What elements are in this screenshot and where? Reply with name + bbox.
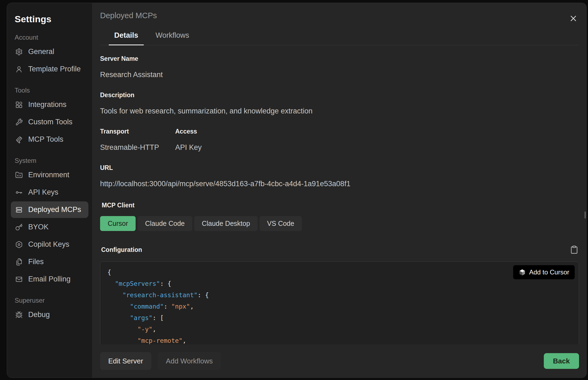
sidebar-item-label: Copilot Keys: [28, 240, 69, 249]
sidebar-item-debug[interactable]: Debug: [11, 306, 88, 323]
sidebar-item-label: MCP Tools: [28, 135, 63, 144]
client-button-vs-code[interactable]: VS Code: [260, 216, 302, 231]
sidebar-section-label-tools: Tools: [15, 87, 85, 94]
tab-workflows[interactable]: Workflows: [150, 31, 195, 45]
code-line: "args": [: [107, 312, 572, 324]
mcp-icon: [15, 136, 23, 143]
folder-code-icon: [15, 171, 23, 179]
sidebar-nav: AccountGeneralTemplate ProfileToolsInteg…: [11, 34, 88, 323]
tabbar: DetailsWorkflows: [100, 31, 579, 45]
key-icon: [15, 189, 23, 196]
deployed-mcps-panel: Deployed MCPs DetailsWorkflows Server Na…: [92, 3, 586, 378]
url-value: http://localhost:3000/api/mcp/serve/4853…: [100, 180, 579, 188]
add-workflows-button[interactable]: Add Workflows: [158, 352, 221, 370]
sidebar-item-label: API Keys: [28, 188, 58, 197]
transport-value: Streamable-HTTP: [100, 143, 175, 152]
code-line: "-y",: [107, 324, 572, 335]
gear-icon: [15, 48, 23, 56]
footer: Edit Server Add Workflows Back: [100, 344, 579, 378]
sidebar-item-label: Template Profile: [28, 65, 81, 73]
description-label: Description: [100, 91, 579, 99]
panel-title: Deployed MCPs: [100, 11, 157, 20]
sidebar-section-label-system: System: [15, 157, 85, 164]
sidebar-item-byok[interactable]: BYOK: [11, 219, 88, 235]
sidebar-item-mcp-tools[interactable]: MCP Tools: [11, 131, 88, 148]
sidebar-item-integrations[interactable]: Integrations: [11, 96, 88, 113]
back-button[interactable]: Back: [544, 353, 579, 369]
settings-title: Settings: [15, 14, 88, 24]
mcp-client-selector: CursorClaude CodeClaude DesktopVS Code: [100, 216, 579, 231]
code-line: "mcpServers": {: [107, 278, 572, 289]
code-line: {: [107, 267, 572, 278]
sidebar-item-general[interactable]: General: [11, 43, 88, 60]
sidebar-item-label: Debug: [28, 311, 50, 319]
configuration-code-block: Add to Cursor { "mcpServers": { "researc…: [100, 261, 579, 344]
sidebar-item-label: BYOK: [28, 223, 49, 231]
url-label: URL: [100, 164, 579, 172]
mail-icon: [15, 276, 23, 283]
server-icon: [15, 206, 23, 214]
settings-sidebar: Settings AccountGeneralTemplate ProfileT…: [7, 3, 92, 378]
blocks-icon: [15, 101, 23, 109]
tab-details[interactable]: Details: [109, 31, 144, 45]
mcp-client-label: MCP Client: [102, 202, 579, 209]
edit-server-button[interactable]: Edit Server: [100, 352, 151, 370]
code-line: "command": "npx",: [107, 301, 572, 312]
access-label: Access: [175, 128, 202, 135]
sidebar-item-environment[interactable]: Environment: [11, 167, 88, 183]
files-icon: [15, 258, 23, 266]
panel-header: Deployed MCPs: [100, 11, 579, 24]
sidebar-item-deployed-mcps[interactable]: Deployed MCPs: [11, 201, 88, 218]
sidebar-item-label: Custom Tools: [28, 118, 72, 126]
configuration-label: Configuration: [101, 246, 142, 254]
sidebar-item-label: Files: [28, 258, 44, 266]
transport-label: Transport: [100, 128, 175, 135]
sidebar-item-label: Deployed MCPs: [28, 205, 81, 214]
key-diagonal-icon: [15, 223, 23, 231]
description-value: Tools for web research, summarization, a…: [100, 107, 579, 115]
sidebar-item-api-keys[interactable]: API Keys: [11, 184, 88, 201]
sidebar-section-label-superuser: Superuser: [15, 297, 85, 304]
sidebar-item-label: General: [28, 47, 54, 56]
user-icon: [15, 65, 23, 73]
wrench-icon: [15, 118, 23, 126]
cursor-logo-icon: [519, 269, 526, 276]
close-icon[interactable]: [568, 13, 579, 24]
sidebar-item-label: Environment: [28, 171, 69, 179]
settings-modal: Settings AccountGeneralTemplate ProfileT…: [7, 3, 587, 378]
sidebar-item-files[interactable]: Files: [11, 254, 88, 270]
server-name-label: Server Name: [100, 55, 579, 62]
scrollbar-thumb[interactable]: [584, 211, 586, 218]
sidebar-item-custom-tools[interactable]: Custom Tools: [11, 114, 88, 130]
sidebar-item-email-polling[interactable]: Email Polling: [11, 271, 88, 287]
client-button-cursor[interactable]: Cursor: [100, 216, 136, 231]
code-line: "research-assistant": {: [107, 289, 572, 301]
access-value: API Key: [175, 143, 202, 152]
client-button-claude-code[interactable]: Claude Code: [138, 216, 192, 231]
sidebar-section-label-account: Account: [15, 34, 85, 41]
sidebar-item-template-profile[interactable]: Template Profile: [11, 61, 88, 77]
bug-icon: [15, 311, 23, 319]
details-content: Server Name Research Assistant Descripti…: [100, 45, 579, 344]
server-name-value: Research Assistant: [100, 71, 579, 79]
sidebar-item-copilot-keys[interactable]: Copilot Keys: [11, 236, 88, 253]
add-to-cursor-label: Add to Cursor: [529, 268, 569, 276]
code-line: "mcp-remote",: [107, 335, 572, 344]
client-button-claude-desktop[interactable]: Claude Desktop: [194, 216, 258, 231]
hexagon-icon: [15, 241, 23, 248]
sidebar-item-label: Integrations: [28, 100, 66, 109]
copy-configuration-icon[interactable]: [570, 245, 579, 255]
sidebar-item-label: Email Polling: [28, 275, 71, 283]
add-to-cursor-button[interactable]: Add to Cursor: [513, 265, 575, 279]
